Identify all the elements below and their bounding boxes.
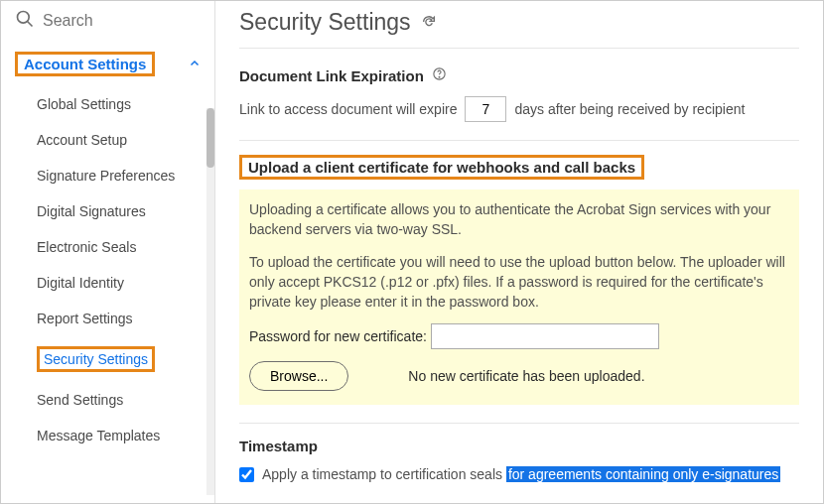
search-box[interactable] <box>1 1 214 42</box>
page-title: Security Settings <box>239 9 799 49</box>
timestamp-checkbox[interactable] <box>239 467 254 482</box>
sidebar-item-global-settings[interactable]: Global Settings <box>27 86 208 122</box>
password-label: Password for new certificate: <box>249 328 427 344</box>
cert-desc-2: To upload the certificate you will need … <box>249 252 789 313</box>
svg-line-1 <box>28 22 33 27</box>
certificate-panel: Uploading a certificate allows you to au… <box>239 189 799 405</box>
sidebar-item-signature-preferences[interactable]: Signature Preferences <box>27 158 208 193</box>
refresh-icon[interactable] <box>421 9 437 36</box>
svg-point-3 <box>439 76 440 77</box>
browse-button[interactable]: Browse... <box>249 361 348 391</box>
chevron-up-icon <box>189 57 201 72</box>
sidebar-items: Global Settings Account Setup Signature … <box>7 86 208 453</box>
expire-pre-text: Link to access document will expire <box>239 101 457 117</box>
sidebar-item-digital-signatures[interactable]: Digital Signatures <box>27 193 208 229</box>
divider <box>239 140 799 141</box>
section-heading: Timestamp <box>239 438 799 454</box>
certificate-password-input[interactable] <box>431 323 659 349</box>
sidebar-item-electronic-seals[interactable]: Electronic Seals <box>27 229 208 265</box>
expire-days-input[interactable] <box>465 96 506 122</box>
sidebar-item-security-settings[interactable]: Security Settings <box>27 336 208 382</box>
expire-post-text: days after being received by recipient <box>514 101 745 117</box>
divider <box>239 423 799 424</box>
sidebar: Account Settings Global Settings Account… <box>1 1 215 503</box>
search-input[interactable] <box>43 12 201 30</box>
main-content: Security Settings Document Link Expirati… <box>215 1 823 503</box>
search-icon <box>15 9 35 32</box>
sidebar-item-digital-identity[interactable]: Digital Identity <box>27 265 208 301</box>
help-icon[interactable] <box>432 66 447 84</box>
section-timestamp: Timestamp Apply a timestamp to certifica… <box>239 438 799 482</box>
section-heading: Document Link Expiration <box>239 67 424 84</box>
sidebar-header-label: Account Settings <box>24 56 146 72</box>
timestamp-label: Apply a timestamp to certification seals… <box>262 466 780 482</box>
section-document-link-expiration: Document Link Expiration Link to access … <box>239 66 799 122</box>
sidebar-item-account-setup[interactable]: Account Setup <box>27 122 208 158</box>
section-upload-certificate: Upload a client certificate for webhooks… <box>239 155 799 405</box>
sidebar-item-send-settings[interactable]: Send Settings <box>27 382 208 418</box>
svg-point-0 <box>18 12 30 24</box>
cert-desc-1: Uploading a certificate allows you to au… <box>249 199 789 240</box>
sidebar-item-report-settings[interactable]: Report Settings <box>27 301 208 336</box>
sidebar-item-message-templates[interactable]: Message Templates <box>27 418 208 453</box>
sidebar-header-account-settings[interactable]: Account Settings <box>7 42 208 86</box>
certificate-status: No new certificate has been uploaded. <box>408 368 644 384</box>
section-heading: Upload a client certificate for webhooks… <box>239 155 644 180</box>
sidebar-scrollbar[interactable] <box>206 108 214 495</box>
